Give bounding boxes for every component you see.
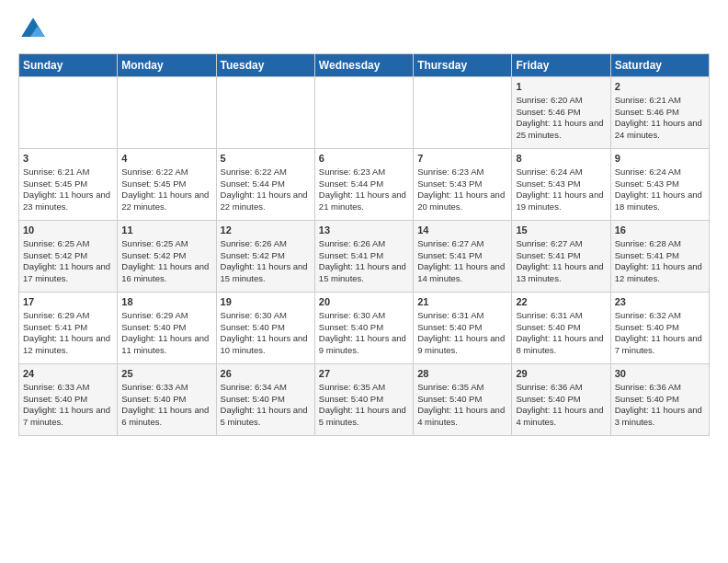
- day-info: Sunset: 5:40 PM: [516, 394, 606, 406]
- calendar-week-3: 10Sunrise: 6:25 AMSunset: 5:42 PMDayligh…: [19, 221, 710, 293]
- day-info: Daylight: 11 hours and 11 minutes.: [121, 333, 211, 357]
- day-info: Sunset: 5:46 PM: [615, 107, 705, 119]
- day-info: Sunrise: 6:21 AM: [615, 95, 705, 107]
- calendar-day-2: 2Sunrise: 6:21 AMSunset: 5:46 PMDaylight…: [610, 77, 709, 149]
- day-info: Sunset: 5:41 PM: [319, 250, 409, 262]
- day-info: Sunset: 5:40 PM: [319, 322, 409, 334]
- calendar-empty: [216, 77, 314, 149]
- day-number: 10: [23, 224, 113, 237]
- calendar-day-24: 24Sunrise: 6:33 AMSunset: 5:40 PMDayligh…: [19, 364, 118, 436]
- day-info: Sunset: 5:41 PM: [516, 250, 606, 262]
- day-info: Sunset: 5:40 PM: [615, 322, 705, 334]
- day-info: Sunrise: 6:26 AM: [319, 238, 409, 250]
- day-info: Daylight: 11 hours and 7 minutes.: [615, 333, 705, 357]
- day-info: Sunset: 5:43 PM: [516, 178, 606, 190]
- calendar-day-27: 27Sunrise: 6:35 AMSunset: 5:40 PMDayligh…: [314, 364, 413, 436]
- calendar-day-1: 1Sunrise: 6:20 AMSunset: 5:46 PMDaylight…: [512, 77, 610, 149]
- calendar-empty: [414, 77, 512, 149]
- day-number: 30: [615, 367, 705, 381]
- day-info: Daylight: 11 hours and 21 minutes.: [319, 190, 409, 213]
- calendar-day-20: 20Sunrise: 6:30 AMSunset: 5:40 PMDayligh…: [314, 293, 413, 364]
- calendar-day-4: 4Sunrise: 6:22 AMSunset: 5:45 PMDaylight…: [118, 149, 216, 221]
- day-info: Daylight: 11 hours and 12 minutes.: [615, 261, 705, 285]
- calendar-day-10: 10Sunrise: 6:25 AMSunset: 5:42 PMDayligh…: [19, 221, 118, 293]
- day-info: Daylight: 11 hours and 23 minutes.: [23, 190, 113, 213]
- calendar-day-21: 21Sunrise: 6:31 AMSunset: 5:40 PMDayligh…: [414, 293, 512, 364]
- day-number: 3: [23, 152, 113, 166]
- calendar-day-26: 26Sunrise: 6:34 AMSunset: 5:40 PMDayligh…: [216, 364, 314, 436]
- day-number: 22: [516, 295, 606, 309]
- day-number: 23: [615, 295, 705, 309]
- day-info: Daylight: 11 hours and 19 minutes.: [516, 190, 606, 213]
- day-info: Daylight: 11 hours and 15 minutes.: [221, 261, 311, 285]
- day-info: Daylight: 11 hours and 16 minutes.: [121, 261, 211, 285]
- day-number: 19: [221, 295, 311, 309]
- day-number: 14: [417, 224, 507, 237]
- calendar-day-3: 3Sunrise: 6:21 AMSunset: 5:45 PMDaylight…: [19, 149, 118, 221]
- day-info: Daylight: 11 hours and 7 minutes.: [23, 405, 113, 429]
- header-monday: Monday: [118, 54, 216, 77]
- calendar-day-7: 7Sunrise: 6:23 AMSunset: 5:43 PMDaylight…: [414, 149, 512, 221]
- day-info: Daylight: 11 hours and 24 minutes.: [615, 118, 705, 142]
- day-info: Sunset: 5:40 PM: [121, 394, 211, 406]
- day-info: Sunrise: 6:31 AM: [417, 310, 507, 322]
- header-thursday: Thursday: [414, 54, 512, 77]
- calendar-day-9: 9Sunrise: 6:24 AMSunset: 5:43 PMDaylight…: [610, 149, 709, 221]
- calendar-empty: [118, 77, 216, 149]
- day-info: Sunset: 5:45 PM: [121, 178, 211, 190]
- day-info: Sunrise: 6:33 AM: [121, 382, 211, 394]
- logo: [18, 15, 51, 44]
- day-info: Sunrise: 6:25 AM: [121, 238, 211, 250]
- calendar-day-6: 6Sunrise: 6:23 AMSunset: 5:44 PMDaylight…: [314, 149, 413, 221]
- day-number: 21: [417, 295, 507, 309]
- day-info: Daylight: 11 hours and 9 minutes.: [319, 333, 409, 357]
- day-info: Sunset: 5:42 PM: [221, 250, 311, 262]
- day-info: Sunrise: 6:30 AM: [319, 310, 409, 322]
- day-info: Sunset: 5:40 PM: [221, 322, 311, 334]
- calendar-empty: [314, 77, 413, 149]
- day-number: 4: [121, 152, 211, 166]
- day-number: 18: [121, 295, 211, 309]
- day-number: 13: [319, 224, 409, 237]
- day-info: Sunrise: 6:28 AM: [615, 238, 705, 250]
- calendar-day-19: 19Sunrise: 6:30 AMSunset: 5:40 PMDayligh…: [216, 293, 314, 364]
- day-number: 15: [516, 224, 606, 237]
- calendar-week-1: 1Sunrise: 6:20 AMSunset: 5:46 PMDaylight…: [19, 77, 710, 149]
- calendar-week-2: 3Sunrise: 6:21 AMSunset: 5:45 PMDaylight…: [19, 149, 710, 221]
- day-info: Sunrise: 6:21 AM: [23, 167, 113, 178]
- logo-icon: [18, 15, 48, 44]
- day-info: Sunset: 5:40 PM: [615, 394, 705, 406]
- calendar-day-16: 16Sunrise: 6:28 AMSunset: 5:41 PMDayligh…: [610, 221, 709, 293]
- day-number: 29: [516, 367, 606, 381]
- day-info: Sunrise: 6:22 AM: [221, 167, 311, 178]
- header-wednesday: Wednesday: [314, 54, 413, 77]
- day-info: Daylight: 11 hours and 9 minutes.: [417, 333, 507, 357]
- calendar-day-28: 28Sunrise: 6:35 AMSunset: 5:40 PMDayligh…: [414, 364, 512, 436]
- day-info: Sunrise: 6:31 AM: [516, 310, 606, 322]
- day-number: 2: [615, 80, 705, 94]
- day-info: Sunset: 5:40 PM: [221, 394, 311, 406]
- day-info: Sunset: 5:44 PM: [221, 178, 311, 190]
- calendar-day-25: 25Sunrise: 6:33 AMSunset: 5:40 PMDayligh…: [118, 364, 216, 436]
- day-info: Sunset: 5:42 PM: [121, 250, 211, 262]
- header-friday: Friday: [512, 54, 610, 77]
- day-info: Sunset: 5:44 PM: [319, 178, 409, 190]
- day-info: Sunrise: 6:34 AM: [221, 382, 311, 394]
- day-info: Daylight: 11 hours and 22 minutes.: [221, 190, 311, 213]
- day-info: Daylight: 11 hours and 14 minutes.: [417, 261, 507, 285]
- day-info: Daylight: 11 hours and 4 minutes.: [516, 405, 606, 429]
- calendar-day-14: 14Sunrise: 6:27 AMSunset: 5:41 PMDayligh…: [414, 221, 512, 293]
- day-info: Daylight: 11 hours and 12 minutes.: [23, 333, 113, 357]
- day-info: Daylight: 11 hours and 5 minutes.: [319, 405, 409, 429]
- calendar-week-4: 17Sunrise: 6:29 AMSunset: 5:41 PMDayligh…: [19, 293, 710, 364]
- day-number: 25: [121, 367, 211, 381]
- day-info: Sunset: 5:41 PM: [23, 322, 113, 334]
- calendar-day-5: 5Sunrise: 6:22 AMSunset: 5:44 PMDaylight…: [216, 149, 314, 221]
- day-info: Daylight: 11 hours and 25 minutes.: [516, 118, 606, 142]
- calendar-day-17: 17Sunrise: 6:29 AMSunset: 5:41 PMDayligh…: [19, 293, 118, 364]
- day-number: 20: [319, 295, 409, 309]
- day-number: 26: [221, 367, 311, 381]
- day-info: Sunrise: 6:35 AM: [417, 382, 507, 394]
- day-info: Sunrise: 6:20 AM: [516, 95, 606, 107]
- calendar-day-8: 8Sunrise: 6:24 AMSunset: 5:43 PMDaylight…: [512, 149, 610, 221]
